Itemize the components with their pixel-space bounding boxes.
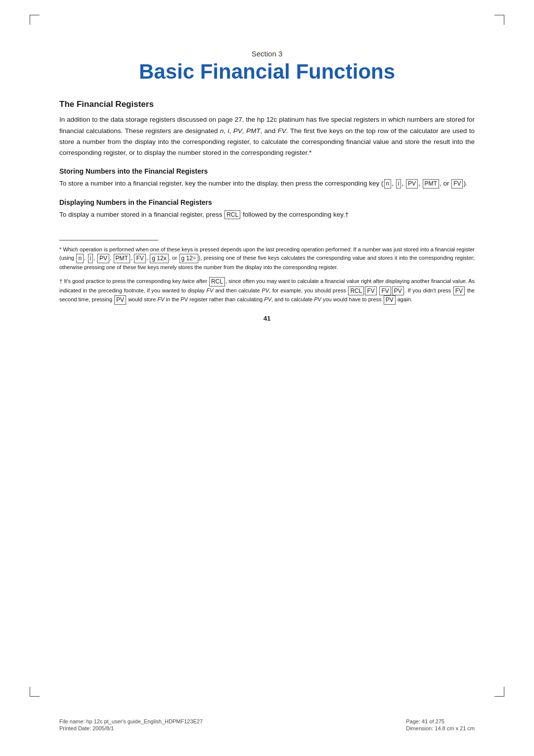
key-pv: PV xyxy=(406,179,418,189)
displaying-paragraph: To display a number stored in a financia… xyxy=(59,209,475,220)
footer-left: File name: hp 12c pt_user's guide_Englis… xyxy=(59,718,203,731)
storing-numbers-heading: Storing Numbers into the Financial Regis… xyxy=(59,167,475,175)
financial-registers-heading: The Financial Registers xyxy=(59,99,475,109)
fn-key-pv4: PV xyxy=(384,295,396,305)
fn-key-i: i xyxy=(88,254,93,263)
fn-key-rcl2: RCL xyxy=(348,286,364,296)
footer-printed-date: Printed Date: 2005/8/1 xyxy=(59,725,203,731)
corner-mark-bottom-left xyxy=(30,687,40,697)
fn-key-fv2: FV xyxy=(365,286,376,296)
footer-filename: File name: hp 12c pt_user's guide_Englis… xyxy=(59,718,203,724)
footnote-asterisk: * Which operation is performed when one … xyxy=(59,245,475,272)
storing-paragraph: To store a number into a financial regis… xyxy=(59,178,475,189)
key-fv: FV xyxy=(451,179,463,189)
key-n: n xyxy=(384,179,392,189)
displaying-numbers-heading: Displaying Numbers in the Financial Regi… xyxy=(59,198,475,206)
corner-mark-bottom-right xyxy=(494,687,504,697)
footnote-separator xyxy=(59,240,158,240)
key-rcl: RCL xyxy=(224,210,240,220)
footnote-dagger: † It's good practice to press the corres… xyxy=(59,277,475,305)
key-pmt: PMT xyxy=(423,179,439,189)
fn-key-fv: FV xyxy=(134,254,145,263)
fn-key-pv3: PV xyxy=(114,295,126,305)
fn-key-pv: PV xyxy=(97,254,109,263)
fn-key-fv3: FV xyxy=(379,286,391,296)
footer-dimension: Dimension: 14.8 cm x 21 cm xyxy=(406,725,475,731)
fn-key-pmt: PMT xyxy=(114,254,130,263)
fn-key-n: n xyxy=(76,254,84,263)
footer: File name: hp 12c pt_user's guide_Englis… xyxy=(59,718,475,731)
fn-key-fv4: FV xyxy=(453,286,465,296)
footer-right: Page: 41 of 275 Dimension: 14.8 cm x 21 … xyxy=(406,718,475,731)
chapter-title: Basic Financial Functions xyxy=(59,60,475,84)
fn-key-g12x: g 12x xyxy=(150,254,168,263)
fn-key-pv2: PV xyxy=(392,286,404,296)
corner-mark-top-left xyxy=(30,15,40,25)
corner-mark-top-right xyxy=(494,15,504,25)
fn-key-g12div: g 12÷ xyxy=(179,254,198,263)
section-label: Section 3 xyxy=(59,49,475,58)
page-number: 41 xyxy=(59,315,475,322)
footer-page-info: Page: 41 of 275 xyxy=(406,718,475,724)
intro-paragraph: In addition to the data storage register… xyxy=(59,114,475,158)
fn-key-rcl: RCL xyxy=(209,277,225,286)
key-i: i xyxy=(396,179,401,189)
